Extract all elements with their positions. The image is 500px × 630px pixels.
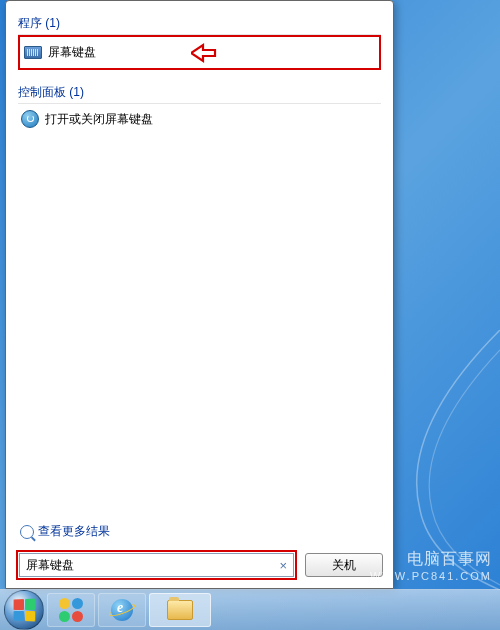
search-box[interactable]: × [19, 553, 294, 577]
taskbar-item-gallery[interactable] [47, 593, 95, 627]
search-input[interactable] [24, 557, 277, 573]
bottom-row: × 关机 [16, 550, 383, 580]
category-control-panel: 控制面板 (1) [18, 80, 381, 104]
watermark-url: WWW.PC841.COM [370, 570, 492, 582]
clear-icon[interactable]: × [277, 558, 289, 573]
ease-of-access-icon [21, 110, 39, 128]
start-button[interactable] [4, 590, 44, 630]
keyboard-icon [24, 46, 42, 59]
watermark-text: 电脑百事网 [407, 550, 492, 567]
results-area: 程序 (1) 屏幕键盘 控制面板 (1) 打开或关闭屏幕键盘 [6, 1, 393, 144]
highlight-annotation-bottom: × [16, 550, 297, 580]
flower-icon [59, 598, 83, 622]
arrow-annotation [191, 41, 221, 65]
see-more-results[interactable]: 查看更多结果 [20, 523, 110, 540]
folder-icon [167, 600, 193, 620]
magnifier-icon [20, 525, 34, 539]
windows-logo-icon [14, 599, 36, 622]
taskbar-item-explorer[interactable] [149, 593, 211, 627]
result-label: 打开或关闭屏幕键盘 [45, 111, 153, 128]
more-results-label: 查看更多结果 [38, 523, 110, 540]
ie-icon [111, 599, 133, 621]
watermark: 电脑百事网 WWW.PC841.COM [370, 549, 492, 582]
start-search-panel: 程序 (1) 屏幕键盘 控制面板 (1) 打开或关闭屏幕键盘 查看更多结果 × [5, 0, 394, 589]
result-toggle-osk[interactable]: 打开或关闭屏幕键盘 [18, 106, 381, 132]
result-label: 屏幕键盘 [48, 44, 96, 61]
taskbar [0, 589, 500, 630]
category-programs: 程序 (1) [18, 11, 381, 35]
taskbar-item-ie[interactable] [98, 593, 146, 627]
